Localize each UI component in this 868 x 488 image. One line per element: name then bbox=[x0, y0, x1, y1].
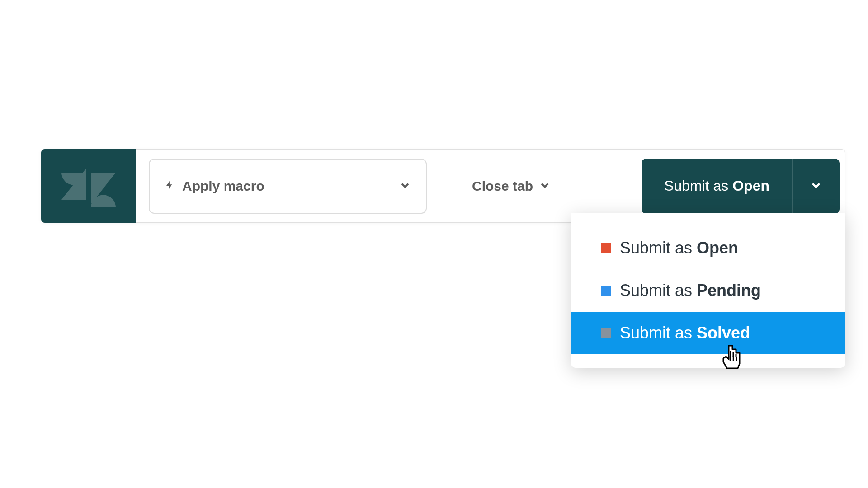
close-tab-label: Close tab bbox=[472, 178, 533, 194]
dropdown-item-open[interactable]: Submit as Open bbox=[571, 227, 845, 269]
dropdown-item-text: Submit as Pending bbox=[620, 281, 761, 300]
dropdown-item-text: Submit as Solved bbox=[620, 324, 750, 343]
zendesk-logo-icon bbox=[61, 164, 116, 209]
ticket-toolbar: Apply macro Close tab Submit as Open bbox=[41, 149, 845, 223]
status-color-open bbox=[601, 243, 611, 253]
status-color-pending bbox=[601, 286, 611, 296]
apply-macro-label: Apply macro bbox=[182, 178, 399, 194]
chevron-down-icon bbox=[809, 178, 823, 193]
close-tab-button[interactable]: Close tab bbox=[472, 178, 551, 194]
dropdown-item-text: Submit as Open bbox=[620, 239, 738, 258]
bolt-icon bbox=[164, 179, 174, 193]
zendesk-logo bbox=[41, 149, 136, 223]
submit-button-group: Submit as Open bbox=[642, 159, 840, 214]
submit-prefix: Submit as bbox=[664, 178, 728, 194]
submit-dropdown-toggle[interactable] bbox=[792, 159, 840, 214]
chevron-down-icon bbox=[399, 179, 411, 193]
status-color-solved bbox=[601, 328, 611, 338]
submit-status: Open bbox=[732, 178, 769, 194]
dropdown-item-pending[interactable]: Submit as Pending bbox=[571, 269, 845, 312]
submit-button[interactable]: Submit as Open bbox=[642, 159, 792, 214]
dropdown-item-solved[interactable]: Submit as Solved bbox=[571, 312, 845, 354]
chevron-down-icon bbox=[538, 179, 551, 193]
apply-macro-dropdown[interactable]: Apply macro bbox=[149, 159, 427, 214]
submit-status-dropdown: Submit as Open Submit as Pending Submit … bbox=[571, 213, 845, 368]
